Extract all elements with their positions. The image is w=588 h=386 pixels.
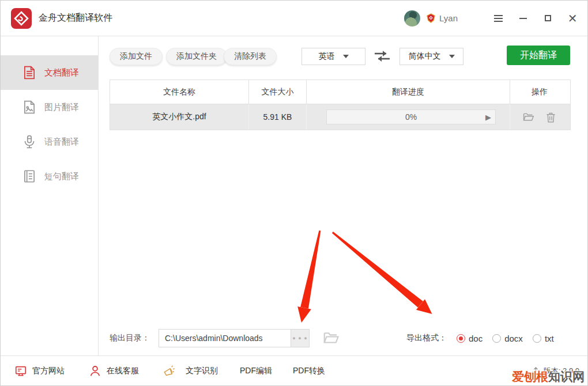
source-language-select[interactable]: 英语 [301, 48, 365, 65]
menu-icon[interactable] [493, 14, 503, 23]
megaphone-icon [163, 365, 176, 377]
operations-cell [510, 104, 569, 130]
radio-dot-icon [492, 334, 501, 343]
sidebar-item-label: 图片翻译 [44, 102, 79, 113]
app-title: 金舟文档翻译软件 [39, 12, 112, 24]
watermark-highlight: 爱刨根 [512, 370, 548, 383]
play-icon[interactable]: ▶ [485, 113, 491, 122]
user-avatar[interactable] [404, 10, 420, 27]
export-format-label: 导出格式： [406, 333, 447, 343]
app-logo-icon [11, 8, 32, 29]
vip-badge-icon [426, 13, 436, 23]
sidebar: 文档翻译 图片翻译 语音翻译 [1, 36, 99, 355]
sidebar-item-image-translate[interactable]: 图片翻译 [1, 90, 98, 124]
pdf-edit-link[interactable]: PDF编辑 [240, 366, 272, 376]
browse-button[interactable]: ● ● ● [291, 329, 310, 347]
radio-label: docx [504, 334, 523, 343]
online-support-link[interactable]: 在线客服 [89, 365, 139, 377]
sidebar-item-label: 文档翻译 [44, 67, 79, 78]
radio-label: doc [469, 334, 483, 343]
official-website-link[interactable]: 官方网站 [14, 365, 65, 377]
sidebar-item-phrase-translate[interactable]: 短句翻译 [1, 159, 98, 194]
monitor-icon [14, 365, 27, 377]
footer-link-label: PDF编辑 [240, 366, 272, 376]
progress-cell: 0% ▶ [306, 104, 510, 130]
add-file-button[interactable]: 添加文件 [110, 48, 163, 65]
minimize-icon[interactable] [518, 14, 527, 23]
radio-dot-icon [533, 334, 541, 343]
column-header-progress: 翻译进度 [306, 80, 510, 104]
text-recognition-link[interactable]: 文字识别 [163, 365, 218, 377]
image-icon [22, 100, 37, 115]
file-table: 文件名称 文件大小 翻译进度 操作 英文小作文.pdf 5.91 KB 0% ▶ [110, 80, 571, 130]
clear-list-button[interactable]: 清除列表 [224, 48, 277, 65]
delete-icon[interactable] [545, 111, 557, 123]
footer-bar: 官方网站 在线客服 文字识别 PDF编辑 PDF转换 [1, 355, 587, 385]
file-name: 英文小作文.pdf [110, 104, 248, 130]
column-header-operations: 操作 [510, 80, 569, 104]
radio-dot-icon [457, 334, 465, 343]
output-directory-label: 输出目录： [110, 333, 150, 343]
watermark: 爱刨根知识网 [512, 369, 585, 385]
output-directory-group: 输出目录： ● ● ● [110, 329, 340, 347]
chevron-down-icon [343, 55, 349, 58]
table-row: 英文小作文.pdf 5.91 KB 0% ▶ [110, 104, 570, 130]
pdf-convert-link[interactable]: PDF转换 [293, 366, 325, 376]
maximize-icon[interactable] [543, 14, 552, 23]
progress-value: 0% [405, 112, 417, 122]
username: Lyan [439, 13, 458, 23]
file-size: 5.91 KB [248, 104, 306, 130]
target-language-select[interactable]: 简体中文 [399, 48, 463, 65]
sidebar-item-label: 语音翻译 [44, 137, 79, 147]
radio-doc[interactable]: doc [457, 334, 483, 343]
footer-link-label: PDF转换 [293, 366, 325, 376]
phrase-list-icon [22, 169, 37, 184]
start-translate-button[interactable]: 开始翻译 [507, 46, 570, 65]
radio-docx[interactable]: docx [492, 334, 523, 343]
radio-label: txt [545, 334, 554, 343]
progress-bar: 0% ▶ [326, 109, 496, 124]
close-icon[interactable]: ✕ [568, 14, 577, 23]
column-header-filename: 文件名称 [110, 80, 248, 104]
target-language-value: 简体中文 [409, 51, 441, 62]
footer-link-label: 官方网站 [32, 366, 65, 376]
person-icon [89, 365, 101, 377]
swap-languages-icon[interactable] [374, 50, 391, 63]
title-bar: 金舟文档翻译软件 Lyan ✕ [1, 1, 587, 36]
source-language-value: 英语 [319, 51, 335, 62]
open-folder-icon[interactable] [522, 111, 534, 123]
app-window: 金舟文档翻译软件 Lyan ✕ [0, 0, 588, 386]
document-icon [22, 65, 37, 80]
footer-link-label: 在线客服 [107, 366, 139, 376]
radio-txt[interactable]: txt [533, 334, 554, 343]
sidebar-item-voice-translate[interactable]: 语音翻译 [1, 124, 98, 159]
table-header: 文件名称 文件大小 翻译进度 操作 [110, 80, 570, 104]
main-panel: 添加文件 添加文件夹 清除列表 英语 简体中文 开始翻译 文件名称 文件大小 [99, 36, 587, 355]
output-directory-input[interactable] [159, 329, 291, 347]
open-output-folder-icon[interactable] [322, 330, 340, 347]
column-header-filesize: 文件大小 [248, 80, 306, 104]
chevron-down-icon [449, 55, 455, 58]
watermark-rest: 知识网 [548, 370, 585, 383]
sidebar-item-label: 短句翻译 [44, 171, 79, 182]
microphone-icon [22, 134, 37, 149]
footer-link-label: 文字识别 [186, 366, 218, 376]
sidebar-item-document-translate[interactable]: 文档翻译 [1, 55, 98, 90]
add-folder-button[interactable]: 添加文件夹 [166, 48, 227, 65]
export-format-group: 导出格式： doc docx txt [406, 329, 554, 347]
